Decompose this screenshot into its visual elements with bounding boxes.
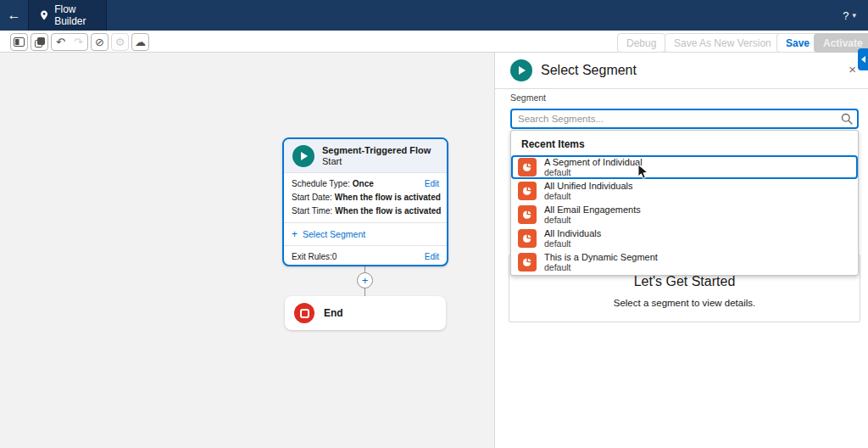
select-segment-label: Select Segment <box>303 229 365 239</box>
segment-icon <box>518 229 537 248</box>
segment-option-5[interactable]: This is a Dynamic Segment default <box>511 250 858 274</box>
panel-play-icon <box>510 59 532 81</box>
copy-icon <box>35 37 45 48</box>
cloud-icon: ☁ <box>135 36 146 48</box>
undo-button[interactable]: ↶ <box>52 34 70 50</box>
start-node-header: Segment-Triggered Flow Start <box>284 139 447 173</box>
segment-option-3[interactable]: All Email Engagements default <box>511 203 858 227</box>
details-heading: Let's Get Started <box>509 274 860 289</box>
app-tab[interactable]: Flow Builder <box>29 0 107 31</box>
manager-button[interactable] <box>31 33 48 51</box>
segment-search <box>510 109 859 129</box>
undo-redo-group: ↶ ↷ <box>51 33 88 51</box>
redo-icon: ↷ <box>74 36 83 48</box>
schedule-type-value: Once <box>353 177 374 191</box>
view-errors-button[interactable]: ⊘ <box>91 33 108 51</box>
save-button[interactable]: Save <box>776 33 819 53</box>
location-pin-icon <box>40 9 48 21</box>
flow-toolbar: ↶ ↷ ⊘ ⚙ ☁ Debug Save As New Version ▾ Sa… <box>0 31 868 53</box>
select-segment-panel: Select Segment × Segment Recent Items A … <box>494 53 868 448</box>
end-icon <box>294 303 314 323</box>
schedule-type-label: Schedule Type: <box>292 177 350 191</box>
panel-header: Select Segment × <box>495 53 868 89</box>
chevron-left-icon <box>861 56 865 63</box>
plus-icon: + <box>292 228 298 240</box>
segment-field-label: Segment <box>510 92 546 103</box>
activate-label: Activate <box>823 37 863 49</box>
start-time-value: When the flow is activated <box>335 204 441 218</box>
start-node-body: Schedule Type: Once Edit Start Date: Whe… <box>284 173 447 261</box>
debug-button[interactable]: Debug <box>617 33 665 53</box>
segment-option-subtitle: default <box>544 238 601 249</box>
start-date-row: Start Date: When the flow is activated <box>292 191 439 204</box>
segment-option-title: All Email Engagements <box>544 204 641 215</box>
segment-icon <box>518 253 537 272</box>
start-time-label: Start Time: <box>292 204 332 218</box>
schedule-edit-link[interactable]: Edit <box>425 177 439 191</box>
start-node-title: Segment-Triggered Flow <box>322 145 431 156</box>
schedule-type-row: Schedule Type: Once Edit <box>292 177 439 191</box>
exit-rules-edit-link[interactable]: Edit <box>425 252 439 261</box>
gear-icon: ⚙ <box>115 36 125 48</box>
end-node[interactable]: End <box>285 296 446 330</box>
segment-icon <box>518 158 537 176</box>
app-title: Flow Builder <box>54 3 106 27</box>
add-element-button[interactable]: + <box>357 272 373 288</box>
panel-toggle-icon <box>14 37 25 47</box>
segment-option-subtitle: default <box>544 191 633 201</box>
recent-items-header: Recent Items <box>511 132 858 155</box>
start-node-subtitle: Start <box>322 156 431 167</box>
toggle-toolbox-button[interactable] <box>10 33 28 51</box>
segment-icon <box>518 182 537 200</box>
segment-option-subtitle: default <box>544 167 643 177</box>
exit-rules-value: 0 <box>332 252 337 261</box>
redo-button[interactable]: ↷ <box>70 34 87 50</box>
segment-option-title: This is a Dynamic Segment <box>544 252 658 262</box>
save-as-new-version-label: Save As New Version <box>665 34 780 52</box>
start-node[interactable]: Segment-Triggered Flow Start Schedule Ty… <box>282 137 448 266</box>
segment-option-2[interactable]: All Unified Individuals default <box>511 179 858 203</box>
start-date-value: When the flow is activated <box>335 191 441 204</box>
segment-option-subtitle: default <box>544 215 641 225</box>
exit-rules-label: Exit Rules: <box>292 252 332 261</box>
help-icon: ? <box>843 9 849 22</box>
undo-icon: ↶ <box>56 36 65 48</box>
segment-icon <box>518 205 537 224</box>
caret-down-icon: ▾ <box>852 11 856 20</box>
segment-option-1[interactable]: A Segment of Individual default <box>511 155 858 179</box>
end-node-label: End <box>324 307 343 319</box>
segment-dropdown: Recent Items A Segment of Individual def… <box>510 130 859 276</box>
segment-option-4[interactable]: All Individuals default <box>511 227 858 250</box>
settings-button[interactable]: ⚙ <box>111 33 129 51</box>
start-play-icon <box>292 145 314 167</box>
select-segment-link[interactable]: + Select Segment <box>284 222 447 246</box>
back-button[interactable]: ← <box>0 0 29 31</box>
details-caption: Select a segment to view details. <box>509 298 860 308</box>
segment-option-title: All Unified Individuals <box>544 181 633 191</box>
exit-rules-row: Exit Rules: 0 Edit <box>292 246 439 261</box>
toolbox-button[interactable]: ☁ <box>131 33 149 51</box>
top-header-bar: ← Flow Builder ? ▾ <box>0 0 868 31</box>
docked-panel-tab[interactable] <box>858 48 868 70</box>
save-label: Save <box>786 37 810 49</box>
help-menu[interactable]: ? ▾ <box>843 0 856 31</box>
panel-title: Select Segment <box>541 63 637 78</box>
debug-label: Debug <box>626 37 656 49</box>
start-date-label: Start Date: <box>292 191 332 204</box>
segment-search-input[interactable] <box>510 109 859 129</box>
segment-option-title: All Individuals <box>544 228 601 238</box>
close-icon[interactable]: × <box>849 63 856 76</box>
prohibit-icon: ⊘ <box>95 36 104 48</box>
plus-icon: + <box>362 274 369 287</box>
segment-option-title: A Segment of Individual <box>544 157 643 167</box>
start-time-row: Start Time: When the flow is activated <box>292 204 439 218</box>
segment-option-subtitle: default <box>544 262 658 272</box>
back-icon: ← <box>8 8 21 23</box>
search-icon <box>841 113 853 125</box>
